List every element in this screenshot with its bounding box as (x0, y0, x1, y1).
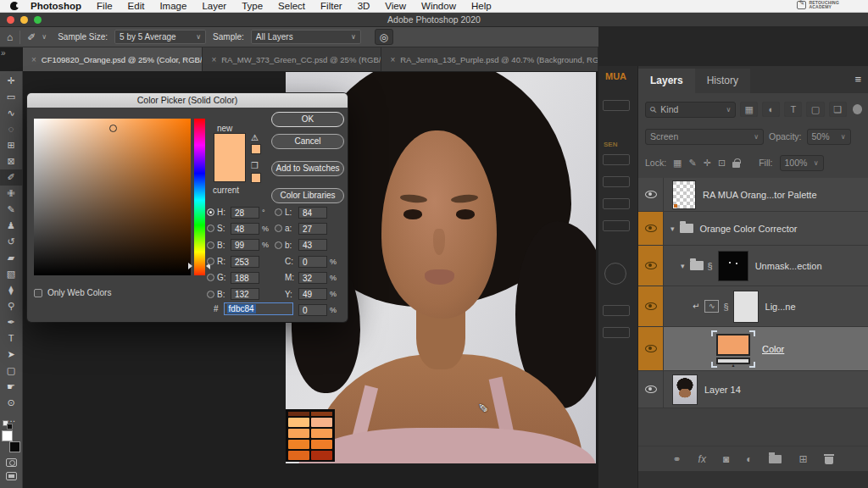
mua-panel-button[interactable] (603, 305, 630, 316)
menu-3d[interactable]: 3D (358, 1, 370, 11)
field-radio[interactable] (207, 291, 214, 298)
field-input[interactable]: 132 (231, 288, 259, 300)
add-mask-icon[interactable]: ◙ (723, 453, 729, 465)
lasso-tool[interactable]: ∿ (0, 105, 23, 121)
layer-name[interactable]: Orange Color Corrector (700, 224, 798, 234)
group-expand-icon[interactable]: ▾ (670, 225, 675, 233)
field-radio[interactable] (207, 241, 214, 249)
tab-layers[interactable]: Layers (638, 69, 695, 93)
tab-history[interactable]: History (695, 69, 750, 93)
layer-name[interactable]: Layer 14 (704, 385, 741, 395)
visibility-toggle[interactable] (638, 327, 664, 370)
zoom-tool[interactable]: ⊙ (0, 395, 23, 411)
hex-input[interactable]: fdbc84 (224, 302, 293, 315)
layer-row-color-fill[interactable]: Color (638, 327, 868, 371)
background-color-chip[interactable] (9, 441, 20, 452)
menu-view[interactable]: View (385, 1, 406, 11)
quick-mask-icon[interactable] (6, 458, 17, 467)
menu-layer[interactable]: Layer (202, 1, 226, 11)
layer-thumbnail-photo[interactable] (672, 374, 698, 405)
history-brush-tool[interactable]: ↺ (0, 234, 23, 250)
crop-tool[interactable]: ⊞ (0, 137, 23, 153)
sampling-ring-toggle[interactable]: ◎ (375, 29, 393, 45)
lock-position-icon[interactable]: ✛ (704, 158, 711, 169)
blur-tool[interactable]: ⧫ (0, 282, 23, 298)
move-tool[interactable]: ✛ (0, 73, 23, 89)
hand-tool[interactable]: ☛ (0, 379, 23, 395)
marquee-tool[interactable]: ▭ (0, 89, 23, 105)
blend-mode-dropdown[interactable]: Screen ∨ (645, 129, 764, 145)
eyedropper-tool[interactable]: ✐ (0, 169, 23, 186)
sample-dropdown[interactable]: All Layers ∨ (251, 30, 361, 44)
mua-panel-dial[interactable] (604, 263, 626, 285)
layer-name[interactable]: Lig...ne (765, 302, 796, 312)
filter-kind-dropdown[interactable]: ⚲ Kind ∨ (645, 102, 736, 118)
fill-dropdown[interactable]: 100% ∨ (780, 155, 824, 171)
new-group-icon[interactable] (769, 455, 782, 463)
foreground-color-chip[interactable] (2, 430, 13, 441)
object-selection-tool[interactable]: ◌ (0, 121, 23, 137)
field-input[interactable]: 28 (231, 207, 259, 219)
menu-photoshop[interactable]: Photoshop (31, 1, 81, 11)
visibility-toggle[interactable] (638, 371, 664, 408)
menu-edit[interactable]: Edit (128, 1, 145, 11)
pen-tool[interactable]: ✒ (0, 314, 23, 330)
mua-panel-button[interactable] (603, 220, 630, 231)
type-tool[interactable]: T (0, 330, 23, 347)
curves-adjustment-icon[interactable]: ∿ (704, 300, 719, 313)
filter-toggle[interactable] (853, 104, 862, 114)
healing-brush-tool[interactable]: ✙ (0, 186, 23, 202)
lock-transparency-icon[interactable]: ▦ (673, 158, 682, 169)
layer-style-icon[interactable]: fx (698, 453, 706, 465)
shape-tool[interactable]: ▢ (0, 363, 23, 379)
eraser-tool[interactable]: ▰ (0, 250, 23, 266)
clone-stamp-tool[interactable]: ♟ (0, 218, 23, 234)
field-radio[interactable] (275, 225, 282, 232)
field-input[interactable]: 48 (231, 223, 259, 235)
close-tab-icon[interactable]: × (211, 55, 216, 64)
layer-row-group[interactable]: ▾ Orange Color Corrector (638, 212, 868, 246)
dialog-title[interactable]: Color Picker (Solid Color) (27, 93, 348, 108)
layer-row-adjustment[interactable]: ↵ ∿ § Lig...ne (638, 286, 868, 327)
document-tab-cf109820-orange-psd[interactable]: ×CF109820_Orange.psd @ 25% (Color, RGB/8… (23, 47, 203, 71)
field-input[interactable]: 0 (298, 256, 327, 268)
field-input[interactable]: 253 (231, 256, 259, 268)
toolbar-collapse-icon[interactable]: » (1, 48, 6, 58)
field-radio[interactable] (275, 208, 282, 216)
menu-file[interactable]: File (97, 1, 113, 11)
gamut-warning-icon[interactable]: ⚠ (251, 133, 259, 142)
path-selection-tool[interactable]: ➤ (0, 347, 23, 363)
close-tab-icon[interactable]: × (31, 55, 36, 64)
filter-type-layers-icon[interactable]: T (784, 102, 802, 117)
eyedropper-tool-preset[interactable]: ✐ ∨ (27, 30, 51, 44)
layer-row-group[interactable]: ▾ § Unmask...ection (638, 246, 868, 286)
mua-panel-button[interactable] (603, 100, 630, 111)
field-input[interactable]: 0 (298, 304, 327, 316)
field-input[interactable]: 49 (298, 288, 327, 300)
color-chips[interactable] (2, 430, 20, 452)
layer-name[interactable]: Color (762, 344, 784, 354)
hue-slider-arrow[interactable] (188, 263, 192, 269)
layer-mask-thumbnail[interactable] (718, 251, 748, 281)
layer-row-photo[interactable]: Layer 14 (638, 371, 868, 408)
menu-window[interactable]: Window (421, 1, 456, 11)
home-icon[interactable]: ⌂ (7, 31, 13, 43)
add-to-swatches-button[interactable]: Add to Swatches (271, 161, 344, 176)
menu-image[interactable]: Image (159, 1, 186, 11)
layer-name[interactable]: Unmask...ection (755, 261, 822, 271)
menu-filter[interactable]: Filter (320, 1, 342, 11)
field-input[interactable]: 32 (298, 272, 327, 284)
cancel-button[interactable]: Cancel (271, 134, 344, 149)
frame-tool[interactable]: ⊠ (0, 153, 23, 169)
layer-thumbnail-transparent[interactable] (672, 180, 696, 209)
layers-panel-menu-icon[interactable]: ≡ (854, 73, 861, 86)
opacity-dropdown[interactable]: 50% ∨ (807, 129, 851, 145)
document-tab-ra-mw-373-green-cc-psd[interactable]: ×RA_MW_373_Green_CC.psd @ 25% (RGB/8*) * (203, 47, 381, 71)
field-input[interactable]: 84 (298, 207, 327, 219)
link-layers-icon[interactable]: ⚭ (673, 453, 682, 465)
visibility-toggle[interactable] (638, 246, 664, 286)
field-radio[interactable] (275, 241, 282, 249)
layer-mask-thumbnail[interactable] (733, 291, 759, 323)
filter-shape-layers-icon[interactable]: ▢ (806, 102, 824, 117)
lock-all-icon[interactable] (732, 158, 740, 168)
